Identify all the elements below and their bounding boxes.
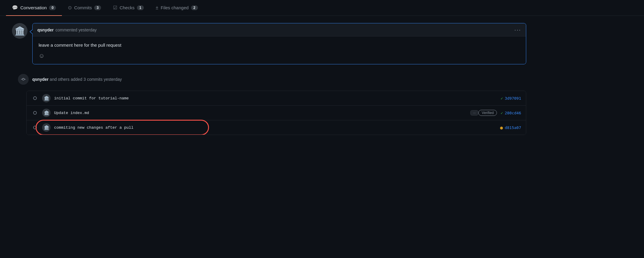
commit-avatar: 🏛️ bbox=[42, 109, 51, 117]
tab-files-changed-label: Files changed bbox=[161, 5, 188, 10]
commit-right: ● d815a07 bbox=[500, 125, 521, 130]
commit-right: ✓ 3d97091 bbox=[500, 96, 521, 101]
commits-header-author[interactable]: qsnyder bbox=[32, 77, 48, 82]
commits-container: 🏛️ initial commit for tutorial-name ✓ 3d… bbox=[23, 91, 526, 135]
emoji-reaction-button[interactable]: ☺ bbox=[39, 52, 45, 59]
comment-time: commented yesterday bbox=[55, 28, 97, 32]
tab-commits[interactable]: ⊙ Commits 3 bbox=[62, 0, 107, 16]
tab-checks-badge: 1 bbox=[137, 5, 144, 10]
commits-icon: ⊙ bbox=[68, 5, 72, 10]
commit-avatar: 🏛️ bbox=[42, 123, 51, 132]
commit-hash[interactable]: ✓ 3d97091 bbox=[500, 96, 521, 101]
verified-badge: Verified bbox=[478, 110, 497, 116]
commits-summary-icon bbox=[18, 74, 29, 85]
commit-hash[interactable]: ● d815a07 bbox=[500, 125, 521, 130]
tab-conversation[interactable]: 💬 Conversation 0 bbox=[6, 0, 62, 16]
files-changed-icon: ± bbox=[156, 5, 158, 10]
commits-header: qsnyder and others added 3 commits yeste… bbox=[18, 74, 526, 85]
tab-commits-label: Commits bbox=[74, 5, 92, 10]
commit-node-icon bbox=[31, 109, 39, 116]
commits-section: qsnyder and others added 3 commits yeste… bbox=[12, 74, 526, 135]
comment-wrapper: 🏛️ qsnyder commented yesterday ··· leave… bbox=[12, 23, 526, 64]
main-content: 🏛️ qsnyder commented yesterday ··· leave… bbox=[0, 16, 538, 142]
table-row: 🏛️ initial commit for tutorial-name ✓ 3d… bbox=[27, 91, 526, 106]
tabs-bar: 💬 Conversation 0 ⊙ Commits 3 ☑ Checks 1 … bbox=[0, 0, 644, 16]
comment-text: leave a comment here for the pull reques… bbox=[39, 43, 520, 48]
commit-message[interactable]: Update index.md bbox=[54, 111, 468, 115]
commit-node-icon bbox=[31, 124, 39, 131]
conversation-icon: 💬 bbox=[12, 5, 18, 10]
comment-menu-button[interactable]: ··· bbox=[514, 26, 521, 33]
dot-status-icon: ● bbox=[500, 125, 503, 130]
commit-node-icon bbox=[31, 95, 39, 102]
tab-files-changed-badge: 2 bbox=[191, 5, 198, 10]
check-icon: ✓ bbox=[500, 111, 503, 115]
tab-commits-badge: 3 bbox=[94, 5, 101, 10]
comment-box: qsnyder commented yesterday ··· leave a … bbox=[32, 23, 526, 64]
commit-message[interactable]: initial commit for tutorial-name bbox=[54, 96, 500, 101]
commit-hash[interactable]: ✓ 280cd46 bbox=[500, 111, 521, 115]
commit-list: 🏛️ initial commit for tutorial-name ✓ 3d… bbox=[26, 91, 526, 135]
checks-icon: ☑ bbox=[113, 5, 117, 10]
avatar: 🏛️ bbox=[12, 23, 28, 39]
commit-message[interactable]: commiting new changes after a pull bbox=[54, 125, 500, 130]
table-row: 🏛️ commiting new changes after a pull ● … bbox=[27, 120, 526, 135]
tab-files-changed[interactable]: ± Files changed 2 bbox=[150, 0, 204, 16]
commit-right: Verified ✓ 280cd46 bbox=[478, 110, 521, 116]
commit-avatar: 🏛️ bbox=[42, 94, 51, 102]
commit-badge[interactable]: ··· bbox=[470, 110, 478, 116]
tab-checks-label: Checks bbox=[120, 5, 135, 10]
commits-header-text: qsnyder and others added 3 commits yeste… bbox=[32, 77, 122, 82]
comment-author[interactable]: qsnyder bbox=[37, 28, 54, 32]
comment-header: qsnyder commented yesterday ··· bbox=[33, 23, 526, 37]
table-row: 🏛️ Update index.md ··· Verified ✓ 280cd4… bbox=[27, 106, 526, 120]
tab-checks[interactable]: ☑ Checks 1 bbox=[107, 0, 150, 16]
check-icon: ✓ bbox=[500, 96, 503, 101]
tab-conversation-badge: 0 bbox=[49, 5, 56, 10]
comment-body: leave a comment here for the pull reques… bbox=[33, 37, 526, 64]
tab-conversation-label: Conversation bbox=[20, 5, 47, 10]
